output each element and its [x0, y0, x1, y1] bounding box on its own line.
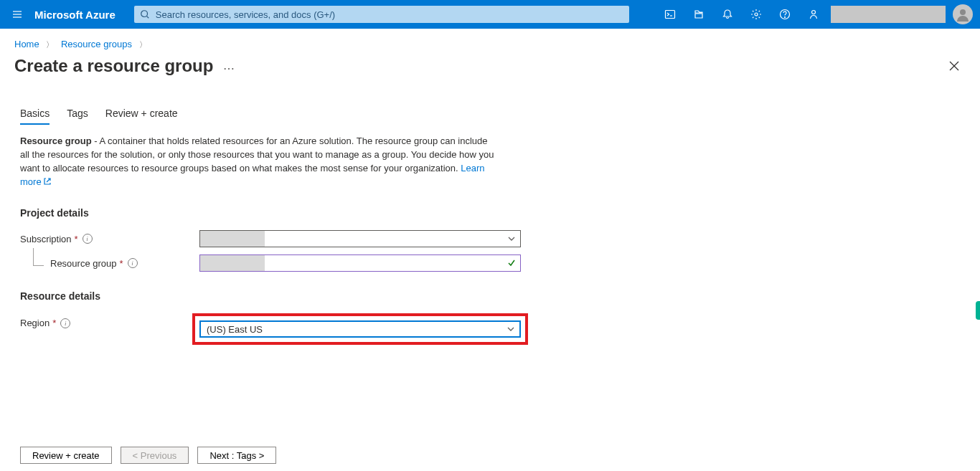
row-subscription: Subscription * i: [20, 230, 960, 247]
row-region: Region * i (US) East US: [20, 310, 960, 345]
menu-icon[interactable]: [0, 9, 34, 20]
chevron-down-icon: [503, 235, 520, 242]
previous-button: < Previous: [121, 447, 189, 464]
label-resource-group: Resource group: [50, 258, 117, 269]
row-resource-group: Resource group * i: [20, 254, 960, 272]
next-tags-button[interactable]: Next : Tags >: [197, 447, 276, 464]
more-actions-icon[interactable]: ⋯: [223, 57, 235, 75]
top-bar: Microsoft Azure Search resources, servic…: [0, 0, 980, 29]
search-placeholder: Search resources, services, and docs (G+…: [156, 9, 335, 20]
info-icon[interactable]: i: [128, 258, 138, 268]
resource-group-input[interactable]: [199, 254, 521, 272]
close-icon[interactable]: [943, 54, 966, 77]
external-link-icon: [43, 176, 52, 185]
breadcrumb-resource-groups[interactable]: Resource groups: [61, 39, 132, 49]
description-lead: Resource group: [20, 135, 92, 146]
required-marker: *: [75, 234, 78, 244]
breadcrumb-home[interactable]: Home: [14, 39, 39, 49]
label-subscription: Subscription: [20, 234, 72, 244]
avatar[interactable]: [953, 4, 973, 24]
svg-point-11: [960, 9, 966, 15]
feedback-icon[interactable]: [799, 0, 828, 29]
required-marker: *: [52, 318, 56, 328]
chevron-down-icon: [502, 325, 519, 333]
region-highlight-box: (US) East US: [192, 313, 528, 345]
review-create-button[interactable]: Review + create: [20, 447, 112, 464]
svg-point-7: [755, 13, 758, 16]
subscription-select[interactable]: [199, 230, 521, 247]
region-value: (US) East US: [201, 324, 502, 335]
svg-point-9: [785, 17, 786, 18]
redacted-value: [200, 255, 265, 271]
section-resource-details: Resource details: [0, 272, 980, 306]
description: Resource group - A container that holds …: [0, 125, 517, 189]
label-region: Region: [20, 318, 50, 328]
footer-actions: Review + create < Previous Next : Tags >: [0, 447, 980, 464]
help-icon[interactable]: [771, 0, 799, 29]
info-icon[interactable]: i: [60, 318, 70, 328]
section-project-details: Project details: [0, 189, 980, 223]
svg-line-4: [146, 16, 149, 19]
tab-review-create[interactable]: Review + create: [105, 108, 178, 125]
region-select[interactable]: (US) East US: [199, 320, 521, 338]
chevron-right-icon: 〉: [46, 40, 54, 49]
required-marker: *: [120, 258, 123, 269]
account-scope-box[interactable]: [831, 6, 946, 23]
redacted-value: [200, 231, 265, 247]
chevron-right-icon: 〉: [139, 40, 147, 49]
page-title: Create a resource group: [14, 56, 213, 76]
breadcrumb: Home 〉 Resource groups 〉: [0, 29, 980, 53]
top-icon-bar: [656, 0, 980, 29]
feedback-tab-icon[interactable]: [976, 301, 980, 320]
cloud-shell-icon[interactable]: [656, 0, 684, 29]
info-icon[interactable]: i: [83, 234, 93, 244]
settings-icon[interactable]: [742, 0, 771, 29]
directories-icon[interactable]: [684, 0, 713, 29]
notifications-icon[interactable]: [713, 0, 742, 29]
checkmark-icon: [503, 259, 520, 267]
tab-tags[interactable]: Tags: [67, 108, 88, 125]
search-input[interactable]: Search resources, services, and docs (G+…: [134, 6, 629, 23]
svg-point-10: [812, 11, 816, 14]
tab-bar: Basics Tags Review + create: [0, 108, 980, 125]
description-body: - A container that holds related resourc…: [20, 135, 494, 173]
tab-basics[interactable]: Basics: [20, 108, 50, 125]
svg-point-3: [141, 11, 148, 17]
svg-rect-5: [666, 11, 675, 19]
brand[interactable]: Microsoft Azure: [34, 9, 127, 21]
